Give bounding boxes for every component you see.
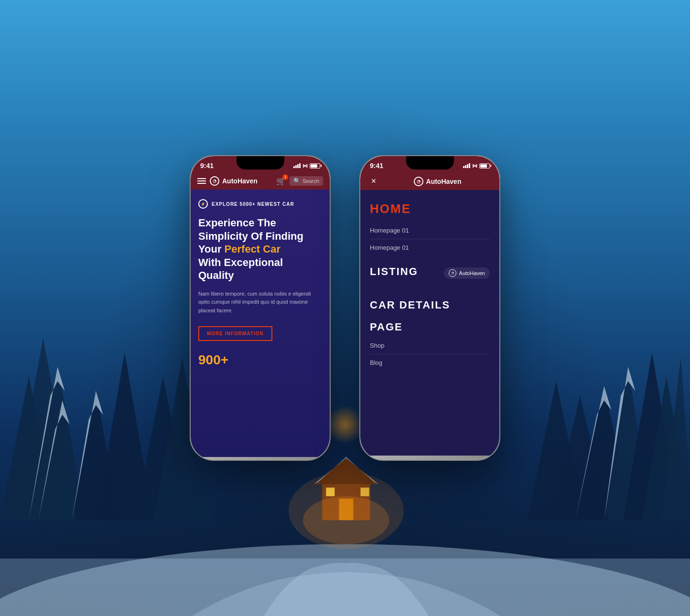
brand-name-left: AutoHaven xyxy=(222,177,258,185)
hero-title-line2: Simplicity Of Finding xyxy=(198,230,303,242)
menu-home-sub1[interactable]: Homepage 01 xyxy=(370,222,490,239)
brand-logo-left: ◔ AutoHaven xyxy=(210,176,272,186)
explore-tag-icon: ⚡ xyxy=(198,199,208,209)
search-placeholder: Search xyxy=(302,178,319,184)
hero-title-line3: Your xyxy=(198,243,225,255)
brand-name-right: AutoHaven xyxy=(426,178,462,185)
wifi-icon-left: ⋈ xyxy=(302,163,308,169)
menu-page-blog[interactable]: Blog xyxy=(370,354,490,371)
cart-icon[interactable]: 🛒 1 xyxy=(276,177,286,186)
explore-tag: ⚡ EXPLORE 5000+ NEWEST CAR xyxy=(198,199,322,209)
hero-description: Nam libero tempore, cum soluta nobis e e… xyxy=(198,290,322,315)
menu-content: HOME Homepage 01 Homepage 01 LISTING ◔ A… xyxy=(360,190,499,456)
signal-icon-left xyxy=(293,163,301,168)
phone-right-inner: 9:41 ⋈ × ◔ AutoHaven xyxy=(360,156,499,460)
phone-left-inner: 9:41 ⋈ ◔ xyxy=(191,156,330,460)
menu-section-home: HOME Homepage 01 Homepage 01 xyxy=(370,202,490,256)
menu-section-cardetails: CAR DETAILS xyxy=(370,287,490,311)
hero-counter: 900+ xyxy=(198,352,322,368)
autohaven-badge: ◔ AutoHaven xyxy=(444,267,490,279)
brand-icon-right: ◔ xyxy=(414,177,423,186)
notch-right xyxy=(406,156,454,170)
hero-title: Experience The Simplicity Of Finding You… xyxy=(198,216,322,282)
hero-title-line4: With Exceptional xyxy=(198,256,283,268)
hero-section: ⚡ EXPLORE 5000+ NEWEST CAR Experience Th… xyxy=(191,190,330,457)
search-icon: 🔍 xyxy=(293,178,301,184)
battery-icon-right xyxy=(479,163,490,169)
brand-icon-left: ◔ xyxy=(210,176,219,186)
phone-left: 9:41 ⋈ ◔ xyxy=(190,155,331,461)
phone2-navbar: × ◔ AutoHaven xyxy=(360,172,499,190)
phone-right: 9:41 ⋈ × ◔ AutoHaven xyxy=(359,155,500,461)
battery-icon-left xyxy=(310,163,320,169)
notch-left xyxy=(237,156,284,170)
signal-icon-right xyxy=(463,163,470,168)
menu-page-label[interactable]: PAGE xyxy=(370,321,490,333)
menu-page-shop[interactable]: Shop xyxy=(370,337,490,354)
menu-home-sub2[interactable]: Homepage 01 xyxy=(370,239,490,256)
time-right: 9:41 xyxy=(370,162,383,170)
more-info-button[interactable]: MORE INFORMATION xyxy=(198,326,272,341)
status-icons-right: ⋈ xyxy=(463,163,490,169)
menu-cardetails-label[interactable]: CAR DETAILS xyxy=(370,299,490,311)
wifi-icon-right: ⋈ xyxy=(472,163,477,169)
phone1-navbar: ◔ AutoHaven 🛒 1 🔍 Search xyxy=(191,172,330,190)
explore-tag-text: EXPLORE 5000+ NEWEST CAR xyxy=(212,202,294,207)
badge-icon: ◔ xyxy=(449,269,456,277)
time-left: 9:41 xyxy=(200,162,214,170)
close-button[interactable]: × xyxy=(368,176,379,186)
status-icons-left: ⋈ xyxy=(293,163,320,169)
phones-container: 9:41 ⋈ ◔ xyxy=(0,0,690,616)
menu-home-label[interactable]: HOME xyxy=(370,202,490,216)
autohaven-badge-text: AutoHaven xyxy=(459,270,485,276)
hamburger-menu[interactable] xyxy=(197,178,206,184)
hero-title-line5: Quality xyxy=(198,269,234,281)
brand-logo-right: ◔ AutoHaven xyxy=(383,177,492,186)
hero-title-line1: Experience The xyxy=(198,217,276,229)
hero-title-highlight: Perfect Car xyxy=(225,243,280,255)
menu-section-listing: LISTING ◔ AutoHaven xyxy=(370,266,490,278)
cart-badge: 1 xyxy=(282,174,288,180)
search-bar[interactable]: 🔍 Search xyxy=(290,176,323,186)
menu-section-page: PAGE Shop Blog xyxy=(370,321,490,371)
